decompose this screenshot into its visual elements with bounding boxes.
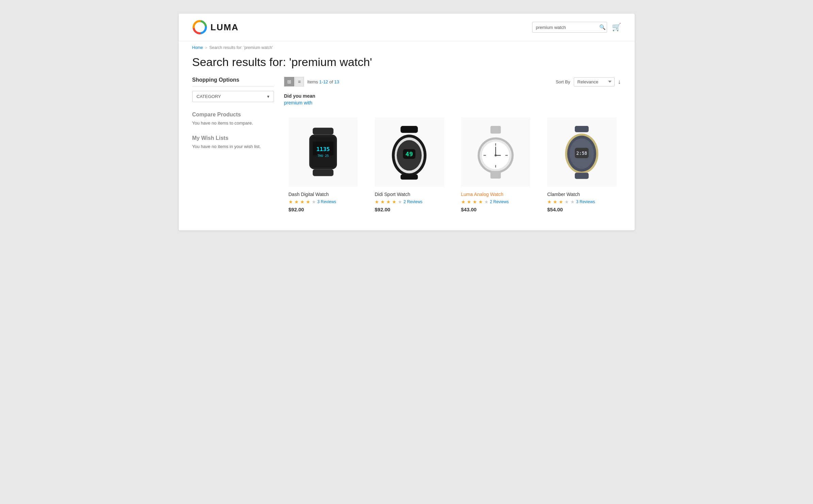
breadcrumb: Home > Search results for: 'premium watc… <box>179 41 635 52</box>
product-card[interactable]: Luma Analog Watch ★★★★★ 2 Reviews $43.00 <box>457 113 535 217</box>
svg-text:2:58: 2:58 <box>576 151 587 156</box>
luma-logo-icon <box>192 20 207 35</box>
svg-point-25 <box>494 155 497 157</box>
star-empty: ★ <box>565 199 569 205</box>
compare-products-section: Compare Products You have no items to co… <box>192 112 274 126</box>
product-price: $92.00 <box>289 207 358 212</box>
cart-button[interactable]: 🛒 <box>612 23 621 32</box>
star-empty: ★ <box>398 199 402 205</box>
chevron-down-icon: ▾ <box>267 94 270 99</box>
header-right: 🔍 🛒 <box>532 22 621 33</box>
product-name: Clamber Watch <box>547 192 617 197</box>
product-card[interactable]: 49 Didi Sport Watch ★★★★★ 2 Reviews $92.… <box>370 113 449 217</box>
logo-area: LUMA <box>192 20 239 35</box>
breadcrumb-current: Search results for: 'premium watch' <box>209 45 273 50</box>
svg-rect-26 <box>490 171 501 179</box>
sort-select[interactable]: Relevance Name Price <box>574 77 615 86</box>
sort-label: Sort By <box>556 79 570 84</box>
star-filled: ★ <box>478 199 483 205</box>
svg-rect-15 <box>490 126 501 133</box>
star-filled: ★ <box>467 199 471 205</box>
product-image <box>461 117 531 187</box>
items-total: 13 <box>334 79 339 84</box>
product-name: Didi Sport Watch <box>375 192 444 197</box>
sidebar: Shopping Options CATEGORY ▾ Compare Prod… <box>192 77 274 217</box>
items-count: Items 1-12 of 13 <box>307 79 339 84</box>
product-reviews-link[interactable]: 3 Reviews <box>318 199 336 204</box>
content-area: Shopping Options CATEGORY ▾ Compare Prod… <box>179 77 635 230</box>
list-view-button[interactable]: ≡ <box>295 77 304 86</box>
product-image: 2:58 <box>547 117 617 187</box>
toolbar-right: Sort By Relevance Name Price ↓ <box>556 77 621 86</box>
svg-rect-33 <box>575 173 589 179</box>
star-empty: ★ <box>484 199 489 205</box>
breadcrumb-home-link[interactable]: Home <box>192 45 203 50</box>
page-wrapper: LUMA 🔍 🛒 Home > Search results for: 'pre… <box>179 14 635 230</box>
header: LUMA 🔍 🛒 <box>179 14 635 41</box>
star-filled: ★ <box>375 199 379 205</box>
svg-rect-14 <box>401 175 418 180</box>
breadcrumb-separator: > <box>205 46 207 50</box>
shopping-options-section: Shopping Options CATEGORY ▾ <box>192 77 274 102</box>
product-stars: ★★★★★ 2 Reviews <box>461 199 531 205</box>
did-you-mean-label: Did you mean <box>284 93 621 99</box>
product-price: $54.00 <box>547 207 617 212</box>
product-image: 49 <box>375 117 444 187</box>
star-empty: ★ <box>570 199 575 205</box>
svg-text:1135: 1135 <box>316 146 330 153</box>
product-price: $43.00 <box>461 207 531 212</box>
svg-text:THU 25: THU 25 <box>318 154 329 158</box>
toolbar: ⊞ ≡ Items 1-12 of 13 Sort By Relevance N… <box>284 77 621 86</box>
product-reviews-link[interactable]: 3 Reviews <box>576 199 595 204</box>
product-card[interactable]: 2:58 Clamber Watch ★★★★★ 3 Reviews $54.0… <box>543 113 621 217</box>
category-label: CATEGORY <box>197 94 221 99</box>
star-filled: ★ <box>306 199 310 205</box>
main-content: ⊞ ≡ Items 1-12 of 13 Sort By Relevance N… <box>284 77 621 217</box>
star-filled: ★ <box>392 199 396 205</box>
sort-direction-button[interactable]: ↓ <box>618 78 621 85</box>
compare-products-heading: Compare Products <box>192 112 274 118</box>
page-title: Search results for: 'premium watch' <box>179 52 635 77</box>
svg-text:49: 49 <box>406 150 413 158</box>
svg-rect-7 <box>313 169 334 176</box>
product-reviews-link[interactable]: 2 Reviews <box>404 199 422 204</box>
view-toggle: ⊞ ≡ <box>284 77 304 86</box>
star-filled: ★ <box>300 199 305 205</box>
svg-rect-27 <box>575 126 589 132</box>
toolbar-left: ⊞ ≡ Items 1-12 of 13 <box>284 77 339 86</box>
category-dropdown[interactable]: CATEGORY ▾ <box>192 91 274 102</box>
search-button[interactable]: 🔍 <box>597 22 607 32</box>
product-image: 1135 THU 25 <box>289 117 358 187</box>
star-filled: ★ <box>461 199 466 205</box>
star-filled: ★ <box>294 199 299 205</box>
wish-lists-section: My Wish Lists You have no items in your … <box>192 135 274 149</box>
compare-products-text: You have no items to compare. <box>192 120 274 126</box>
search-box: 🔍 <box>532 22 607 33</box>
product-stars: ★★★★★ 3 Reviews <box>547 199 617 205</box>
svg-rect-1 <box>313 128 334 135</box>
star-filled: ★ <box>553 199 557 205</box>
star-filled: ★ <box>547 199 552 205</box>
wish-lists-heading: My Wish Lists <box>192 135 274 141</box>
star-filled: ★ <box>559 199 563 205</box>
star-filled: ★ <box>289 199 293 205</box>
svg-rect-8 <box>401 126 418 133</box>
star-filled: ★ <box>386 199 391 205</box>
product-name: Luma Analog Watch <box>461 192 531 197</box>
logo-text: LUMA <box>211 22 239 33</box>
product-reviews-link[interactable]: 2 Reviews <box>490 199 509 204</box>
product-price: $92.00 <box>375 207 444 212</box>
wish-lists-text: You have no items in your wish list. <box>192 144 274 149</box>
items-range: 1-12 <box>319 79 328 84</box>
star-filled: ★ <box>473 199 477 205</box>
star-empty: ★ <box>312 199 316 205</box>
product-stars: ★★★★★ 2 Reviews <box>375 199 444 205</box>
products-grid: 1135 THU 25 Dash Digital Watch ★★★★★ 3 R… <box>284 113 621 217</box>
search-input[interactable] <box>533 22 597 32</box>
grid-view-button[interactable]: ⊞ <box>284 77 294 86</box>
product-stars: ★★★★★ 3 Reviews <box>289 199 358 205</box>
product-name: Dash Digital Watch <box>289 192 358 197</box>
product-card[interactable]: 1135 THU 25 Dash Digital Watch ★★★★★ 3 R… <box>284 113 362 217</box>
did-you-mean-suggestion[interactable]: premium with <box>284 100 312 105</box>
star-filled: ★ <box>380 199 385 205</box>
